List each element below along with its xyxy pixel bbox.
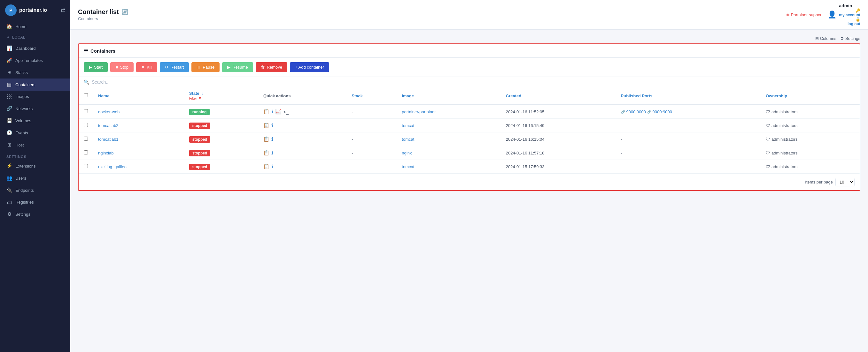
search-input[interactable] [92, 79, 188, 84]
per-page-select[interactable]: 102550100 [835, 178, 855, 186]
sidebar-item-settings[interactable]: ⚙ Settings [0, 208, 70, 220]
sidebar-item-home[interactable]: 🏠 Home [0, 21, 70, 33]
sidebar-item-containers[interactable]: ▤ Containers [0, 78, 70, 91]
transfer-icon[interactable]: ⇄ [60, 7, 65, 14]
key-icon: 🔑 [856, 8, 860, 13]
logs-icon[interactable]: 📋 [264, 136, 270, 142]
port-link[interactable]: 🔗 9000:9000 [647, 109, 672, 114]
sidebar-item-extensions[interactable]: ⚡ Extensions [0, 160, 70, 172]
container-name-link[interactable]: tomcatlab1 [98, 137, 119, 142]
row-checkbox[interactable] [84, 164, 88, 168]
ownership-value: 🛡 administrators [766, 123, 855, 128]
container-ports-cell: - [616, 119, 761, 133]
sidebar-item-home-label: Home [16, 24, 27, 29]
sidebar-item-events[interactable]: 🕐 Events [0, 127, 70, 139]
container-created-cell: 2024-01-16 16:15:04 [501, 133, 616, 146]
logs-icon[interactable]: 📋 [264, 164, 270, 170]
table-body: docker-webrunning📋ℹ📈>_-portainer/portain… [79, 105, 860, 174]
stack-header[interactable]: Stack [346, 87, 397, 105]
stacks-icon: ⊞ [6, 70, 12, 75]
settings-label: Settings [845, 36, 860, 41]
logs-icon[interactable]: 📋 [264, 122, 270, 128]
image-link[interactable]: tomcat [402, 164, 414, 169]
image-header[interactable]: Image [397, 87, 501, 105]
select-all-checkbox[interactable] [84, 93, 88, 97]
sidebar-item-registries-label: Registries [16, 200, 34, 205]
container-name-link[interactable]: docker-web [98, 109, 120, 114]
action-toolbar: ▶ Start ■ Stop ✕ Kill ↺ Restart ⏸ Paus [79, 58, 860, 77]
add-container-button[interactable]: + Add container [290, 62, 329, 72]
container-image-cell: tomcat [397, 119, 501, 133]
panel-header: ☰ Containers [79, 44, 860, 58]
image-link[interactable]: tomcat [402, 137, 414, 142]
inspect-icon[interactable]: ℹ [271, 164, 273, 170]
container-ports-cell: - [616, 133, 761, 146]
stats-icon[interactable]: 📈 [275, 109, 281, 114]
published-ports-header[interactable]: Published Ports [616, 87, 761, 105]
remove-button[interactable]: 🗑 Remove [256, 62, 287, 72]
refresh-icon[interactable]: 🔄 [121, 9, 128, 15]
pause-button[interactable]: ⏸ Pause [191, 62, 220, 72]
container-name-link[interactable]: tomcatlab2 [98, 123, 119, 128]
page-title: Container list 🔄 [78, 8, 128, 15]
stop-icon: ■ [115, 65, 118, 70]
page-content: ⊞ Columns ⚙ Settings ☰ Containers ▶ Star… [70, 30, 868, 352]
port-link[interactable]: 🔗 9000:9000 [621, 109, 646, 114]
row-checkbox[interactable] [84, 109, 88, 113]
admin-links: 🔑 my account 🔓 log out [839, 8, 860, 26]
sidebar-item-registries[interactable]: 🗃 Registries [0, 196, 70, 208]
portainer-logo-icon: P [5, 4, 17, 16]
state-badge: running [189, 109, 210, 115]
stop-button[interactable]: ■ Stop [110, 62, 133, 72]
restart-button[interactable]: ↺ Restart [160, 62, 189, 72]
row-checkbox[interactable] [84, 137, 88, 141]
sidebar-item-app-templates[interactable]: 🚀 App Templates [0, 54, 70, 66]
events-icon: 🕐 [6, 130, 12, 136]
sidebar-item-users[interactable]: 👥 Users [0, 172, 70, 184]
inspect-icon[interactable]: ℹ [271, 136, 273, 142]
container-ownership-cell: 🛡 administrators [761, 160, 860, 174]
exec-icon[interactable]: >_ [283, 109, 288, 114]
container-name-link[interactable]: exciting_galileo [98, 164, 127, 169]
name-header[interactable]: Name [93, 87, 184, 105]
sidebar-item-stacks-label: Stacks [16, 70, 28, 75]
sidebar-item-host[interactable]: ⊞ Host [0, 139, 70, 151]
inspect-icon[interactable]: ℹ [271, 122, 273, 128]
support-link[interactable]: ⊗ Portainer support [786, 12, 823, 17]
columns-button[interactable]: ⊞ Columns [815, 36, 836, 41]
sidebar-item-dashboard[interactable]: 📊 Dashboard [0, 42, 70, 54]
settings-button[interactable]: ⚙ Settings [840, 36, 860, 41]
inspect-icon[interactable]: ℹ [271, 109, 273, 114]
row-checkbox-cell [79, 146, 93, 160]
inspect-icon[interactable]: ℹ [271, 150, 273, 156]
state-header[interactable]: State ↕ Filter ▼ [184, 87, 258, 105]
row-checkbox[interactable] [84, 150, 88, 154]
shield-icon: 🛡 [766, 151, 770, 155]
container-name-link[interactable]: nginxlab [98, 151, 114, 155]
logs-icon[interactable]: 📋 [264, 150, 270, 156]
sidebar-item-images[interactable]: 🖼 Images [0, 91, 70, 102]
image-link[interactable]: tomcat [402, 123, 414, 128]
columns-settings-bar: ⊞ Columns ⚙ Settings [78, 36, 860, 41]
sidebar-item-networks[interactable]: 🔗 Networks [0, 102, 70, 114]
image-link[interactable]: portainer/portainer [402, 109, 436, 114]
row-checkbox-cell [79, 160, 93, 174]
created-header[interactable]: Created [501, 87, 616, 105]
sidebar-item-volumes[interactable]: 💾 Volumes [0, 114, 70, 127]
ownership-header[interactable]: Ownership [761, 87, 860, 105]
table-row: docker-webrunning📋ℹ📈>_-portainer/portain… [79, 105, 860, 119]
container-stack-cell: - [346, 160, 397, 174]
start-button[interactable]: ▶ Start [84, 62, 108, 72]
host-icon: ⊞ [6, 142, 12, 148]
page-title-text: Container list [78, 8, 119, 15]
logs-icon[interactable]: 📋 [264, 109, 270, 114]
sidebar-item-endpoints[interactable]: 🔌 Endpoints [0, 184, 70, 196]
kill-button[interactable]: ✕ Kill [136, 62, 157, 72]
my-account-link[interactable]: my account [839, 13, 860, 17]
external-link-icon: 🔗 [621, 110, 625, 114]
log-out-link[interactable]: log out [847, 22, 860, 26]
row-checkbox[interactable] [84, 123, 88, 127]
sidebar-item-stacks[interactable]: ⊞ Stacks [0, 66, 70, 78]
image-link[interactable]: nginx [402, 151, 412, 155]
resume-button[interactable]: ▶ Resume [222, 62, 253, 72]
